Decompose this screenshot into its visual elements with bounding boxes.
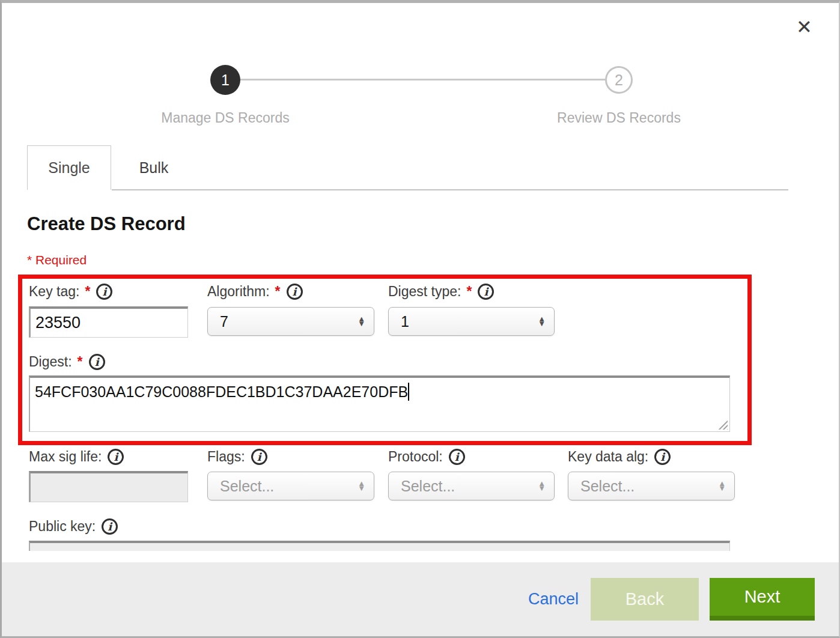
page-title: Create DS Record bbox=[27, 213, 186, 235]
public-key-label-row: Public key: i bbox=[29, 518, 118, 535]
stepper-connector-line bbox=[240, 79, 605, 81]
modal-footer: Cancel Back Next bbox=[2, 562, 839, 636]
resize-handle[interactable] bbox=[717, 419, 728, 430]
key-tag-info-icon[interactable]: i bbox=[96, 284, 112, 300]
required-asterisk: * bbox=[466, 284, 472, 300]
flags-select-value: Select... bbox=[220, 478, 358, 495]
digest-info-icon[interactable]: i bbox=[89, 354, 105, 370]
tab-single-label: Single bbox=[48, 159, 90, 177]
create-ds-record-modal: ✕ 1 2 Manage DS Records Review DS Record… bbox=[0, 0, 840, 638]
next-button[interactable]: Next bbox=[710, 578, 815, 621]
digest-textarea[interactable]: 54FCF030AA1C79C0088FDEC1BD1C37DAA2E70DFB bbox=[29, 375, 730, 432]
stepper-step-2-circle: 2 bbox=[605, 66, 633, 94]
protocol-select[interactable]: Select... ▲▼ bbox=[388, 472, 555, 500]
digest-value: 54FCF030AA1C79C0088FDEC1BD1C37DAA2E70DFB bbox=[35, 383, 408, 400]
tab-single[interactable]: Single bbox=[27, 145, 111, 190]
cancel-button[interactable]: Cancel bbox=[528, 590, 579, 609]
stepper-step-2-label: Review DS Records bbox=[529, 110, 709, 126]
digest-label-row: Digest: * i bbox=[29, 354, 105, 370]
algorithm-select[interactable]: 7 ▲▼ bbox=[207, 307, 374, 336]
stepper-step-2-number: 2 bbox=[615, 71, 623, 89]
protocol-label-row: Protocol: i bbox=[388, 449, 465, 465]
flags-select[interactable]: Select... ▲▼ bbox=[207, 472, 374, 500]
max-sig-life-info-icon[interactable]: i bbox=[108, 449, 124, 465]
key-tag-label-row: Key tag: * i bbox=[29, 284, 112, 300]
tab-bottom-divider bbox=[112, 189, 788, 190]
public-key-textarea[interactable] bbox=[29, 541, 730, 551]
public-key-info-icon[interactable]: i bbox=[102, 518, 118, 535]
algorithm-info-icon[interactable]: i bbox=[287, 284, 303, 300]
required-asterisk: * bbox=[78, 354, 83, 370]
digest-type-select-value: 1 bbox=[401, 313, 538, 330]
digest-type-select[interactable]: 1 ▲▼ bbox=[388, 307, 555, 336]
key-data-alg-label-row: Key data alg: i bbox=[568, 449, 671, 465]
tab-bulk-label: Bulk bbox=[139, 159, 169, 177]
key-data-alg-select-value: Select... bbox=[580, 478, 718, 495]
select-spinner-icon: ▲▼ bbox=[358, 317, 365, 326]
key-tag-label: Key tag: bbox=[29, 284, 79, 300]
stepper-step-1-number: 1 bbox=[221, 71, 230, 89]
digest-type-info-icon[interactable]: i bbox=[478, 284, 494, 300]
required-asterisk: * bbox=[85, 284, 90, 300]
algorithm-label: Algorithm: bbox=[207, 284, 270, 300]
digest-type-label-row: Digest type: * i bbox=[388, 284, 494, 300]
key-tag-input[interactable] bbox=[29, 306, 188, 338]
flags-label: Flags: bbox=[207, 449, 245, 465]
select-spinner-icon: ▲▼ bbox=[538, 317, 546, 326]
public-key-label: Public key: bbox=[29, 518, 96, 535]
stepper-step-1-circle: 1 bbox=[210, 65, 240, 95]
tab-bulk[interactable]: Bulk bbox=[111, 145, 196, 190]
digest-type-label: Digest type: bbox=[388, 284, 461, 300]
key-data-alg-select[interactable]: Select... ▲▼ bbox=[568, 472, 735, 500]
close-icon[interactable]: ✕ bbox=[796, 17, 812, 37]
protocol-label: Protocol: bbox=[388, 449, 443, 465]
required-asterisk: * bbox=[275, 284, 281, 300]
algorithm-select-value: 7 bbox=[220, 313, 358, 330]
max-sig-life-input[interactable] bbox=[29, 471, 188, 502]
key-data-alg-info-icon[interactable]: i bbox=[654, 449, 671, 465]
key-data-alg-label: Key data alg: bbox=[568, 449, 648, 465]
select-spinner-icon: ▲▼ bbox=[538, 481, 546, 491]
protocol-select-value: Select... bbox=[401, 478, 538, 495]
stepper-step-1-label: Manage DS Records bbox=[135, 110, 315, 126]
back-button[interactable]: Back bbox=[591, 578, 699, 621]
digest-label: Digest: bbox=[29, 354, 72, 370]
text-caret bbox=[408, 383, 409, 401]
algorithm-label-row: Algorithm: * i bbox=[207, 284, 303, 300]
select-spinner-icon: ▲▼ bbox=[358, 481, 365, 491]
max-sig-life-label-row: Max sig life: i bbox=[29, 449, 124, 465]
protocol-info-icon[interactable]: i bbox=[449, 449, 465, 465]
required-note: * Required bbox=[27, 253, 87, 267]
select-spinner-icon: ▲▼ bbox=[718, 481, 726, 491]
flags-info-icon[interactable]: i bbox=[251, 449, 267, 465]
flags-label-row: Flags: i bbox=[207, 449, 267, 465]
max-sig-life-label: Max sig life: bbox=[29, 449, 102, 465]
